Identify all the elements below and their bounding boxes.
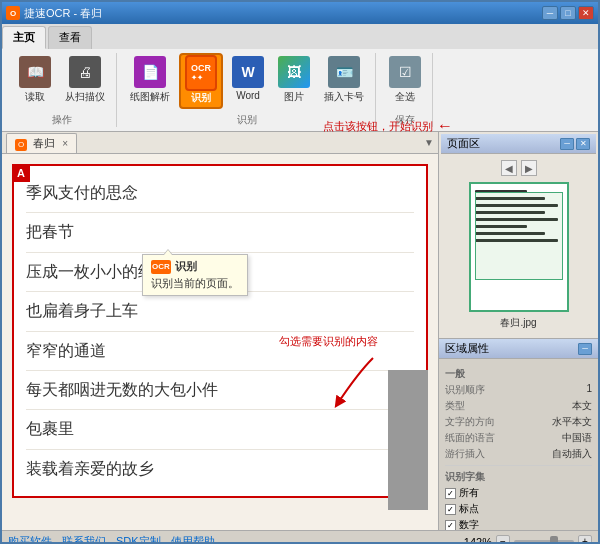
selectall-icon: ☑: [389, 56, 421, 88]
image-button[interactable]: 🖼 图片: [273, 53, 315, 107]
prop-label-2: 文字的方向: [445, 415, 495, 429]
left-panel-tab[interactable]: O 春归 ×: [6, 133, 77, 153]
prop-row-1: 类型 本文: [445, 399, 592, 413]
prop-row-2: 文字的方向 水平本文: [445, 415, 592, 429]
ribbon-content: 📖 读取 🖨 从扫描仪 操作: [2, 49, 598, 131]
region-props-content: 一般 识别顺序 1 类型 本文 文字的方向 水平本文 纸面的语言: [439, 359, 598, 530]
ocr-line-7: 装载着亲爱的故乡: [26, 450, 414, 488]
ocr-line-3: 也扁着身子上车: [26, 292, 414, 331]
read-button-label: 读取: [25, 90, 45, 104]
title-bar: O 捷速OCR - 春归 ─ □ ✕: [2, 2, 598, 24]
prop-label-3: 纸面的语言: [445, 431, 495, 445]
tab-home[interactable]: 主页: [2, 26, 46, 49]
ribbon-tab-bar: 主页 查看: [2, 24, 598, 49]
ribbon-group-ocr: 📄 纸图解析 OCR✦✦ 识别 W: [119, 53, 376, 127]
read-icon: 📖: [19, 56, 51, 88]
thumb-btn-2[interactable]: ▶: [521, 160, 537, 176]
insert-button[interactable]: 🪪 插入卡号: [319, 53, 369, 107]
region-props-header: 区域属性 ─: [439, 339, 598, 359]
maximize-button[interactable]: □: [560, 6, 576, 20]
region-props-section: 区域属性 ─ 一般 识别顺序 1 类型 本文: [439, 339, 598, 530]
left-panel: O 春归 × ▼ OCR 识别 识别当前的页面。 A: [2, 132, 438, 530]
checkbox-label-2: 数字: [459, 518, 479, 530]
zoom-slider[interactable]: [514, 540, 574, 544]
status-link-contact[interactable]: 联系我们: [62, 534, 106, 544]
status-link-help[interactable]: 使用帮助: [171, 534, 215, 544]
prop-value-3: 中国语: [562, 431, 592, 445]
region-props-ctrl[interactable]: ─: [578, 343, 592, 355]
window-title: 捷速OCR - 春归: [24, 6, 102, 21]
ocr-text-box[interactable]: A 季风支付的思念 把春节 压成一枚小小的纸片 也扁着身子上车 窄窄的通道 每天…: [12, 164, 428, 498]
ribbon-group-label-0: 操作: [52, 113, 72, 127]
word-button[interactable]: W Word: [227, 53, 269, 104]
page-area-label: 页面区: [447, 136, 480, 151]
read-button[interactable]: 📖 读取: [14, 53, 56, 107]
checkbox-0[interactable]: ✓: [445, 488, 456, 499]
close-button[interactable]: ✕: [578, 6, 594, 20]
gray-scrollbar: [388, 370, 428, 510]
thumbnail-area: ◀ ▶ 春归.jpg: [441, 154, 596, 336]
left-panel-tab-close[interactable]: ×: [62, 138, 68, 149]
thumbnail-toolbar: ◀ ▶: [501, 160, 537, 176]
parse-button[interactable]: 📄 纸图解析: [125, 53, 175, 107]
ocr-content-area: OCR 识别 识别当前的页面。 A 季风支付的思念 把春节 压成一枚小小的纸片 …: [2, 154, 438, 530]
checkbox-row-1: ✓ 标点: [445, 502, 592, 516]
right-panel: 页面区 ─ ✕ ◀ ▶: [438, 132, 598, 530]
ribbon-annotation: 点击该按钮，开始识别 ←: [323, 117, 453, 135]
thumbnail-image[interactable]: [469, 182, 569, 312]
page-area-section: 页面区 ─ ✕ ◀ ▶: [439, 132, 598, 339]
ribbon: 主页 查看 📖 读取 🖨 从扫描仪: [2, 24, 598, 132]
zoom-slider-thumb[interactable]: [550, 536, 558, 545]
status-bar: 购买软件 联系我们 SDK定制 使用帮助 142% − +: [2, 530, 598, 544]
scan-button-label: 从扫描仪: [65, 90, 105, 104]
prop-row-3: 纸面的语言 中国语: [445, 431, 592, 445]
word-button-label: Word: [236, 90, 260, 101]
status-zoom: 142% − +: [464, 535, 592, 545]
page-area-ctrl-1[interactable]: ─: [560, 138, 574, 150]
tooltip-balloon: OCR 识别 识别当前的页面。: [142, 254, 248, 296]
prop-label-0: 识别顺序: [445, 383, 485, 397]
prop-row-0: 识别顺序 1: [445, 383, 592, 397]
image-button-label: 图片: [284, 90, 304, 104]
scan-icon: 🖨: [69, 56, 101, 88]
checkbox-1[interactable]: ✓: [445, 504, 456, 515]
minimize-button[interactable]: ─: [542, 6, 558, 20]
left-panel-dropdown[interactable]: ▼: [424, 137, 434, 148]
page-area-header: 页面区 ─ ✕: [441, 134, 596, 154]
checkbox-label-0: 所有: [459, 486, 479, 500]
ribbon-group-read: 📖 读取 🖨 从扫描仪 操作: [8, 53, 117, 127]
recognize-button-label: 识别: [191, 91, 211, 105]
insert-icon: 🪪: [328, 56, 360, 88]
zoom-in-button[interactable]: +: [578, 535, 592, 545]
region-props-label: 区域属性: [445, 341, 489, 356]
prop-value-1: 本文: [572, 399, 592, 413]
checkbox-label-1: 标点: [459, 502, 479, 516]
app-icon: O: [6, 6, 20, 20]
prop-value-0: 1: [586, 383, 592, 397]
tab-view[interactable]: 查看: [48, 26, 92, 49]
left-panel-tab-label: 春归: [33, 137, 55, 149]
selectall-button[interactable]: ☑ 全选: [384, 53, 426, 107]
status-links: 购买软件 联系我们 SDK定制 使用帮助: [8, 534, 215, 544]
recognize-button[interactable]: OCR✦✦ 识别: [179, 53, 223, 109]
prop-label-1: 类型: [445, 399, 465, 413]
prop-label-4: 游行插入: [445, 447, 485, 461]
tooltip-title-text: 识别: [175, 259, 197, 274]
status-link-sdk[interactable]: SDK定制: [116, 534, 161, 544]
annotation-arrow-svg: [318, 353, 378, 413]
page-area-ctrl-2[interactable]: ✕: [576, 138, 590, 150]
zoom-out-button[interactable]: −: [496, 535, 510, 545]
tooltip-ocr-icon: OCR: [151, 260, 171, 274]
image-icon: 🖼: [278, 56, 310, 88]
checkbox-2[interactable]: ✓: [445, 520, 456, 531]
status-link-buy[interactable]: 购买软件: [8, 534, 52, 544]
selectall-button-label: 全选: [395, 90, 415, 104]
ocr-line-1: 把春节: [26, 213, 414, 252]
ocr-label-a: A: [12, 164, 30, 182]
prop-divider: [445, 465, 592, 466]
thumbnail-filename: 春归.jpg: [500, 316, 536, 330]
scan-button[interactable]: 🖨 从扫描仪: [60, 53, 110, 107]
main-window: O 捷速OCR - 春归 ─ □ ✕ 主页 查看 📖 读取: [0, 0, 600, 544]
tooltip-description: 识别当前的页面。: [151, 276, 239, 291]
thumb-btn-1[interactable]: ◀: [501, 160, 517, 176]
